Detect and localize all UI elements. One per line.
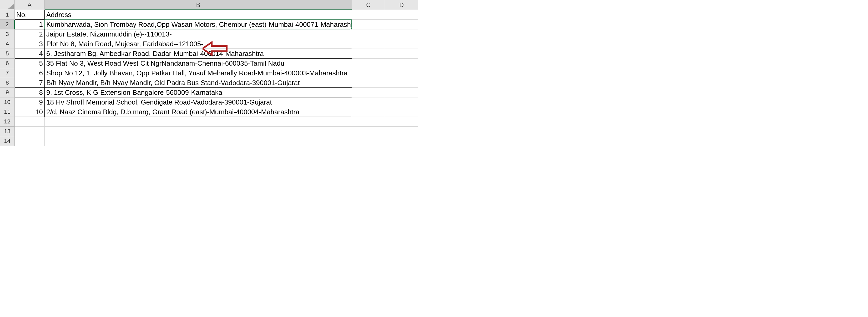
cell-A13[interactable] [15, 127, 45, 136]
cell-B9[interactable]: 9, 1st Cross, K G Extension-Bangalore-56… [45, 88, 352, 98]
cell-D10[interactable] [385, 98, 418, 107]
table-row [15, 117, 418, 127]
cell-D6[interactable] [385, 59, 418, 68]
cell-A4[interactable]: 3 [15, 39, 45, 49]
table-row: 10 2/d, Naaz Cinema Bldg, D.b.marg, Gran… [15, 107, 418, 117]
row-header-9[interactable]: 9 [0, 88, 15, 98]
cell-C2[interactable] [352, 20, 385, 29]
row-header-13[interactable]: 13 [0, 127, 15, 136]
cell-D8[interactable] [385, 78, 418, 88]
col-header-B[interactable]: B [45, 0, 352, 10]
cell-C3[interactable] [352, 29, 385, 39]
cell-B3[interactable]: Jaipur Estate, Nizammuddin (e)--110013- [45, 29, 352, 39]
cell-B14[interactable] [45, 136, 352, 146]
cell-D7[interactable] [385, 68, 418, 78]
col-header-A[interactable]: A [15, 0, 45, 10]
table-row: 2 Jaipur Estate, Nizammuddin (e)--110013… [15, 29, 418, 39]
cell-D12[interactable] [385, 117, 418, 127]
row-header-4[interactable]: 4 [0, 39, 15, 49]
col-header-C[interactable]: C [352, 0, 385, 10]
cell-B4[interactable]: Plot No 8, Main Road, Mujesar, Faridabad… [45, 39, 352, 49]
cell-D9[interactable] [385, 88, 418, 98]
cell-D5[interactable] [385, 49, 418, 59]
column-headers: A B C D [15, 0, 418, 10]
cell-D11[interactable] [385, 107, 418, 117]
spreadsheet-viewport: A B C D 1 2 3 4 5 6 7 8 9 10 11 12 13 14… [0, 0, 868, 317]
cell-C9[interactable] [352, 88, 385, 98]
cell-B13[interactable] [45, 127, 352, 136]
cell-D1[interactable] [385, 10, 418, 20]
grid-body: No. Address 1 Kumbharwada, Sion Trombay … [15, 10, 418, 146]
cell-A12[interactable] [15, 117, 45, 127]
cell-C8[interactable] [352, 78, 385, 88]
cell-A1[interactable]: No. [15, 10, 45, 20]
row-header-11[interactable]: 11 [0, 107, 15, 117]
row-headers: 1 2 3 4 5 6 7 8 9 10 11 12 13 14 [0, 10, 15, 146]
cell-D3[interactable] [385, 29, 418, 39]
cell-C1[interactable] [352, 10, 385, 20]
cell-B8[interactable]: B/h Nyay Mandir, B/h Nyay Mandir, Old Pa… [45, 78, 352, 88]
cell-A14[interactable] [15, 136, 45, 146]
cell-C11[interactable] [352, 107, 385, 117]
row-header-8[interactable]: 8 [0, 78, 15, 88]
cell-B7[interactable]: Shop No 12, 1, Jolly Bhavan, Opp Patkar … [45, 68, 352, 78]
cell-B12[interactable] [45, 117, 352, 127]
row-header-3[interactable]: 3 [0, 29, 15, 39]
cell-A7[interactable]: 6 [15, 68, 45, 78]
cell-C13[interactable] [352, 127, 385, 136]
select-all-corner[interactable] [0, 0, 15, 10]
table-row: 6 Shop No 12, 1, Jolly Bhavan, Opp Patka… [15, 68, 418, 78]
cell-A9[interactable]: 8 [15, 88, 45, 98]
row-header-10[interactable]: 10 [0, 98, 15, 107]
cell-D2[interactable] [385, 20, 418, 29]
cell-B11[interactable]: 2/d, Naaz Cinema Bldg, D.b.marg, Grant R… [45, 107, 352, 117]
cell-B2[interactable]: Kumbharwada, Sion Trombay Road,Opp Wasan… [45, 20, 352, 29]
cell-A5[interactable]: 4 [15, 49, 45, 59]
cell-D4[interactable] [385, 39, 418, 49]
cell-D13[interactable] [385, 127, 418, 136]
row-header-14[interactable]: 14 [0, 136, 15, 146]
cell-C10[interactable] [352, 98, 385, 107]
table-row: 3 Plot No 8, Main Road, Mujesar, Faridab… [15, 39, 418, 49]
col-header-D[interactable]: D [385, 0, 418, 10]
row-header-6[interactable]: 6 [0, 59, 15, 68]
row-header-12[interactable]: 12 [0, 117, 15, 127]
table-row: 8 9, 1st Cross, K G Extension-Bangalore-… [15, 88, 418, 98]
cell-C5[interactable] [352, 49, 385, 59]
table-row [15, 136, 418, 146]
table-row: 9 18 Hv Shroff Memorial School, Gendigat… [15, 98, 418, 107]
cell-A10[interactable]: 9 [15, 98, 45, 107]
table-row: 4 6, Jestharam Bg, Ambedkar Road, Dadar-… [15, 49, 418, 59]
row-header-1[interactable]: 1 [0, 10, 15, 20]
cell-C14[interactable] [352, 136, 385, 146]
cell-C6[interactable] [352, 59, 385, 68]
cell-A2[interactable]: 1 [15, 20, 45, 29]
cell-B1[interactable]: Address [45, 10, 352, 20]
cell-C4[interactable] [352, 39, 385, 49]
cell-A11[interactable]: 10 [15, 107, 45, 117]
cell-C7[interactable] [352, 68, 385, 78]
table-row [15, 127, 418, 136]
table-row: No. Address [15, 10, 418, 20]
cell-D14[interactable] [385, 136, 418, 146]
cell-B5[interactable]: 6, Jestharam Bg, Ambedkar Road, Dadar-Mu… [45, 49, 352, 59]
cell-C12[interactable] [352, 117, 385, 127]
row-header-7[interactable]: 7 [0, 68, 15, 78]
cell-B6[interactable]: 35 Flat No 3, West Road West Cit NgrNand… [45, 59, 352, 68]
cell-A3[interactable]: 2 [15, 29, 45, 39]
table-row: 7 B/h Nyay Mandir, B/h Nyay Mandir, Old … [15, 78, 418, 88]
table-row: 1 Kumbharwada, Sion Trombay Road,Opp Was… [15, 20, 418, 29]
cell-A6[interactable]: 5 [15, 59, 45, 68]
row-header-5[interactable]: 5 [0, 49, 15, 59]
row-header-2[interactable]: 2 [0, 20, 15, 29]
cell-A8[interactable]: 7 [15, 78, 45, 88]
fill-handle[interactable] [350, 28, 352, 30]
table-row: 5 35 Flat No 3, West Road West Cit NgrNa… [15, 59, 418, 68]
cell-B10[interactable]: 18 Hv Shroff Memorial School, Gendigate … [45, 98, 352, 107]
